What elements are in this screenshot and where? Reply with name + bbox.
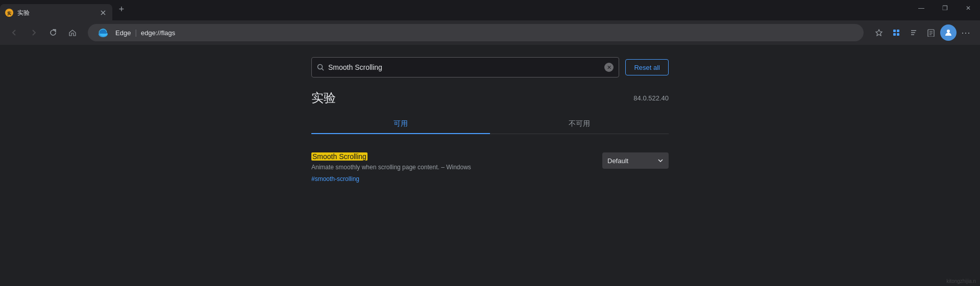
tab-title: 实验 xyxy=(17,9,95,17)
edge-logo-icon xyxy=(97,27,109,39)
back-button[interactable] xyxy=(6,24,22,41)
search-icon xyxy=(317,64,324,71)
feature-select-dropdown[interactable]: Default xyxy=(602,152,669,169)
profile-button[interactable] xyxy=(940,24,957,41)
restore-button[interactable]: ❐ xyxy=(933,0,957,16)
feature-info: Smooth Scrolling Animate smoothly when s… xyxy=(311,152,602,183)
more-options-button[interactable]: ⋯ xyxy=(958,24,974,41)
minimize-button[interactable]: — xyxy=(910,0,933,16)
svg-rect-7 xyxy=(893,30,896,32)
feature-anchor-link[interactable]: #smooth-scrolling xyxy=(311,175,359,183)
svg-marker-6 xyxy=(876,30,882,36)
tab-available[interactable]: 可用 xyxy=(311,114,490,134)
refresh-button[interactable] xyxy=(45,24,61,41)
feature-name: Smooth Scrolling xyxy=(311,152,602,161)
window-controls: — ❐ ✕ xyxy=(910,0,980,16)
tabs-row: 可用 不可用 xyxy=(311,114,669,134)
tab-favicon: 实 xyxy=(5,9,13,17)
search-box[interactable]: ✕ xyxy=(311,57,619,77)
feature-item: Smooth Scrolling Animate smoothly when s… xyxy=(311,146,669,189)
address-bar[interactable]: Edge | edge://flags xyxy=(88,24,864,41)
main-content: ✕ Reset all 实验 84.0.522.40 可用 不可用 Smooth… xyxy=(0,45,980,286)
home-button[interactable] xyxy=(64,24,81,41)
forward-button[interactable] xyxy=(26,24,42,41)
chevron-down-icon xyxy=(657,158,664,164)
address-brand: Edge xyxy=(115,29,131,37)
svg-rect-10 xyxy=(897,33,899,36)
reading-list-button[interactable] xyxy=(923,24,939,41)
page-title: 实验 xyxy=(311,90,336,106)
page-title-row: 实验 84.0.522.40 xyxy=(311,90,669,106)
version-text: 84.0.522.40 xyxy=(633,94,669,102)
nav-actions: ⋯ xyxy=(871,24,974,41)
tab-unavailable[interactable]: 不可用 xyxy=(490,114,669,134)
bookmark-button[interactable] xyxy=(871,24,887,41)
search-row: ✕ Reset all xyxy=(311,57,669,77)
search-input[interactable] xyxy=(328,63,600,71)
svg-point-13 xyxy=(318,65,323,69)
tab-close-button[interactable] xyxy=(99,9,107,17)
svg-text:实: 实 xyxy=(7,11,12,16)
feature-name-highlighted: Smooth Scrolling xyxy=(311,152,368,161)
feature-description: Animate smoothly when scrolling page con… xyxy=(311,163,602,172)
svg-rect-9 xyxy=(893,33,896,36)
svg-line-14 xyxy=(322,69,324,71)
svg-point-12 xyxy=(947,30,950,33)
address-separator: | xyxy=(135,29,137,37)
title-bar: 实 实验 + — ❐ ✕ xyxy=(0,0,980,20)
svg-rect-8 xyxy=(897,30,899,32)
nav-bar: Edge | edge://flags ⋯ xyxy=(0,20,980,45)
content-wrapper: ✕ Reset all 实验 84.0.522.40 可用 不可用 Smooth… xyxy=(311,57,669,189)
favorites-button[interactable] xyxy=(905,24,922,41)
address-url: edge://flags xyxy=(141,29,175,37)
active-tab[interactable]: 实 实验 xyxy=(0,4,112,21)
new-tab-button[interactable]: + xyxy=(114,2,129,16)
search-clear-button[interactable]: ✕ xyxy=(604,63,614,72)
reset-all-button[interactable]: Reset all xyxy=(625,59,669,75)
profile-collections-button[interactable] xyxy=(888,24,904,41)
tab-strip: 实 实验 + xyxy=(0,0,129,20)
close-button[interactable]: ✕ xyxy=(957,0,980,16)
